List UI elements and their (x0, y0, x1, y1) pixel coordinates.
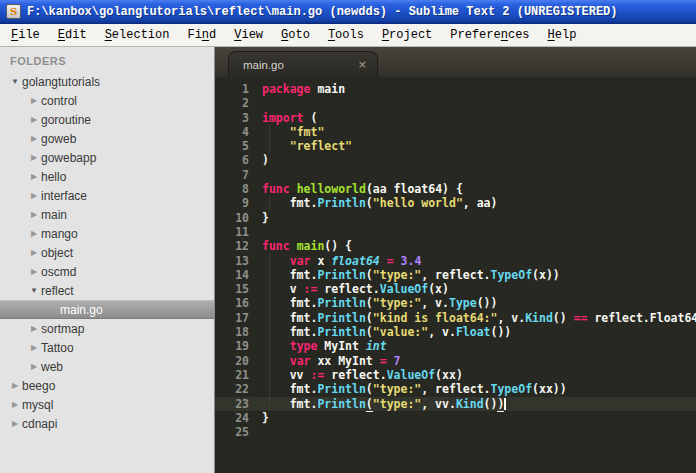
indent-guide (269, 325, 270, 339)
tree-folder-beego[interactable]: ▶beego (0, 376, 214, 395)
tree-folder-goroutine[interactable]: ▶goroutine (0, 110, 214, 129)
code-line[interactable]: 12func main() { (215, 239, 696, 253)
tree-folder-main[interactable]: ▶main (0, 205, 214, 224)
chevron-right-icon[interactable]: ▶ (27, 229, 41, 238)
sidebar: FOLDERS ▼golangtutorials▶control▶gorouti… (0, 47, 215, 473)
chevron-right-icon[interactable]: ▶ (27, 267, 41, 276)
line-number: 24 (215, 411, 249, 425)
menu-item-preferences[interactable]: Preferences (441, 25, 538, 45)
menu-item-view[interactable]: View (225, 25, 272, 45)
chevron-right-icon[interactable]: ▶ (8, 419, 22, 428)
line-number: 15 (215, 282, 249, 296)
code-line[interactable]: 16 fmt.Println("type:", v.Type()) (215, 296, 696, 310)
code-line[interactable]: 24} (215, 411, 696, 425)
code-line[interactable]: 14 fmt.Println("type:", reflect.TypeOf(x… (215, 268, 696, 282)
chevron-right-icon[interactable]: ▶ (27, 324, 41, 333)
chevron-down-icon[interactable]: ▼ (8, 77, 22, 86)
menu-item-goto[interactable]: Goto (272, 25, 319, 45)
code-line[interactable]: 21 vv := reflect.ValueOf(xx) (215, 368, 696, 382)
tree-folder-object[interactable]: ▶object (0, 243, 214, 262)
tree-folder-gowebapp[interactable]: ▶gowebapp (0, 148, 214, 167)
menu-item-edit[interactable]: Edit (49, 25, 96, 45)
chevron-right-icon[interactable]: ▶ (27, 248, 41, 257)
chevron-right-icon[interactable]: ▶ (27, 96, 41, 105)
code-line[interactable]: 2 (215, 96, 696, 110)
chevron-right-icon[interactable]: ▶ (27, 191, 41, 200)
tree-folder-reflect[interactable]: ▼reflect (0, 281, 214, 300)
code-line-text: func helloworld(aa float64) { (249, 182, 463, 196)
chevron-right-icon[interactable]: ▶ (27, 362, 41, 371)
tree-folder-sortmap[interactable]: ▶sortmap (0, 319, 214, 338)
code-line-text: import ( (249, 111, 317, 125)
chevron-down-icon[interactable]: ▼ (27, 286, 41, 295)
code-line[interactable]: 23 fmt.Println("type:", vv.Kind()) (215, 397, 696, 411)
tab-close-icon[interactable]: × (358, 58, 367, 71)
tree-folder-web[interactable]: ▶web (0, 357, 214, 376)
code-line[interactable]: 10} (215, 211, 696, 225)
tree-folder-control[interactable]: ▶control (0, 91, 214, 110)
menu-item-file[interactable]: File (2, 25, 49, 45)
menu-item-find[interactable]: Find (178, 25, 225, 45)
window-title: F:\kanbox\golangtutorials\reflect\main.g… (27, 5, 618, 19)
code-line[interactable]: 25 (215, 425, 696, 439)
indent-guide (269, 397, 270, 411)
tree-folder-oscmd[interactable]: ▶oscmd (0, 262, 214, 281)
code-line[interactable]: 13 var x float64 = 3.4 (215, 254, 696, 268)
tree-item-label: web (41, 360, 63, 374)
code-area[interactable]: 1package main23import (4 "fmt"5 "reflect… (215, 77, 696, 473)
tree-item-label: object (41, 246, 73, 260)
code-line[interactable]: 3import ( (215, 111, 696, 125)
code-line-text: fmt.Println("type:", vv.Kind()) (249, 397, 506, 411)
menu-item-project[interactable]: Project (373, 25, 441, 45)
chevron-right-icon[interactable]: ▶ (8, 400, 22, 409)
chevron-right-icon[interactable]: ▶ (8, 381, 22, 390)
code-line[interactable]: 17 fmt.Println("kind is float64:", v.Kin… (215, 311, 696, 325)
tree-item-label: cdnapi (22, 417, 57, 431)
tree-folder-golangtutorials[interactable]: ▼golangtutorials (0, 72, 214, 91)
tree-folder-goweb[interactable]: ▶goweb (0, 129, 214, 148)
tree-folder-mango[interactable]: ▶mango (0, 224, 214, 243)
menu-item-tools[interactable]: Tools (319, 25, 373, 45)
tab-main-go[interactable]: main.go × (228, 51, 378, 77)
line-number: 25 (215, 425, 249, 439)
code-line[interactable]: 15 v := reflect.ValueOf(x) (215, 282, 696, 296)
tree-item-label: main (41, 208, 67, 222)
tree-file-main-go[interactable]: main.go (0, 300, 214, 319)
code-line-text: v := reflect.ValueOf(x) (249, 282, 449, 296)
chevron-right-icon[interactable]: ▶ (27, 153, 41, 162)
tree-folder-cdnapi[interactable]: ▶cdnapi (0, 414, 214, 433)
chevron-right-icon[interactable]: ▶ (27, 115, 41, 124)
code-line[interactable]: 5 "reflect" (215, 139, 696, 153)
code-line[interactable]: 22 fmt.Println("type:", reflect.TypeOf(x… (215, 382, 696, 396)
code-line-text: fmt.Println("kind is float64:", v.Kind()… (249, 311, 696, 325)
chevron-right-icon[interactable]: ▶ (27, 172, 41, 181)
chevron-right-icon[interactable]: ▶ (27, 134, 41, 143)
code-line[interactable]: 7 (215, 168, 696, 182)
menu-item-selection[interactable]: Selection (96, 25, 179, 45)
code-line-text: func main() { (249, 239, 352, 253)
tree-folder-hello[interactable]: ▶hello (0, 167, 214, 186)
chevron-right-icon[interactable]: ▶ (27, 210, 41, 219)
code-line-text: fmt.Println("type:", reflect.TypeOf(x)) (249, 268, 560, 282)
chevron-right-icon[interactable]: ▶ (27, 343, 41, 352)
code-line[interactable]: 4 "fmt" (215, 125, 696, 139)
code-line[interactable]: 8func helloworld(aa float64) { (215, 182, 696, 196)
code-line[interactable]: 18 fmt.Println("value:", v.Float()) (215, 325, 696, 339)
menu-item-help[interactable]: Help (539, 25, 586, 45)
tree-folder-mysql[interactable]: ▶mysql (0, 395, 214, 414)
tree-folder-interface[interactable]: ▶interface (0, 186, 214, 205)
indent-guide (269, 354, 270, 368)
tree-item-label: control (41, 94, 77, 108)
code-line-text: package main (249, 82, 345, 96)
indent-guide (269, 311, 270, 325)
code-line[interactable]: 20 var xx MyInt = 7 (215, 354, 696, 368)
tree-item-label: golangtutorials (22, 75, 100, 89)
code-line[interactable]: 9 fmt.Println("hello world", aa) (215, 196, 696, 210)
code-line[interactable]: 11 (215, 225, 696, 239)
line-number: 17 (215, 311, 249, 325)
code-line[interactable]: 19 type MyInt int (215, 339, 696, 353)
code-line[interactable]: 6) (215, 153, 696, 167)
tree-folder-tattoo[interactable]: ▶Tattoo (0, 338, 214, 357)
line-number: 1 (215, 82, 249, 96)
code-line[interactable]: 1package main (215, 82, 696, 96)
